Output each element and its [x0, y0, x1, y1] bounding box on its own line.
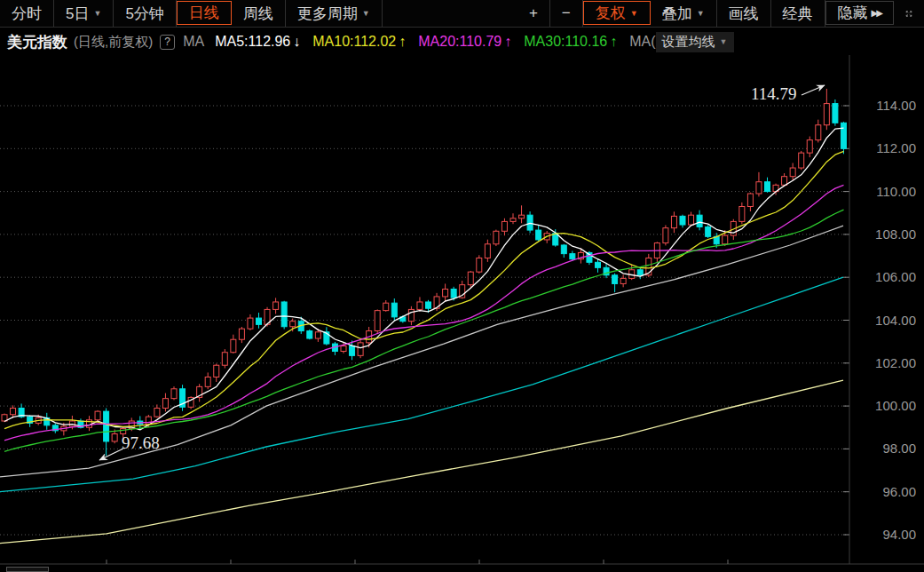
ma-legend-bar: 美元指数 (日线,前复权) ? MA MA5:112.96↓ MA10:112.…	[0, 28, 924, 55]
tab-5min[interactable]: 5分钟	[114, 0, 176, 27]
price-annotation-114.79: 114.79	[751, 84, 825, 103]
hide-button[interactable]: 隐藏 ▶▶	[825, 1, 894, 25]
svg-text:100.00: 100.00	[875, 398, 916, 413]
symbol-name: 美元指数	[7, 32, 67, 52]
svg-text:94.00: 94.00	[882, 527, 916, 542]
toolbar-spacer	[383, 0, 517, 27]
svg-text:98.00: 98.00	[882, 441, 916, 456]
chart-type-label: (日线,前复权)	[74, 34, 153, 51]
ma-line-ma30	[4, 210, 844, 451]
fullscreen-button[interactable]	[894, 0, 924, 27]
tab-daily[interactable]: 日线	[177, 1, 232, 25]
chart-app-window: { "toolbar": { "left": [ {"label": "分时"}…	[0, 0, 924, 572]
overlay-dropdown-button[interactable]: 叠加 ▼	[651, 0, 717, 27]
tab-5day[interactable]: 5日 ▼	[54, 0, 114, 27]
arrow-down-icon: ↓	[293, 34, 300, 49]
help-button[interactable]: ?	[160, 35, 175, 50]
candles	[2, 89, 846, 456]
tab-more-periods[interactable]: 更多周期 ▼	[286, 0, 383, 27]
candlestick-chart[interactable]: 114.00112.00110.00108.00106.00104.00102.…	[0, 55, 924, 572]
ma-group-label: MA	[183, 34, 204, 50]
adjust-label: 复权	[596, 3, 626, 23]
gridlines	[0, 106, 849, 535]
svg-text:102.00: 102.00	[875, 355, 916, 370]
svg-text:112.00: 112.00	[876, 140, 916, 155]
ma10-value: MA10:112.02↑	[312, 34, 406, 50]
hide-label: 隐藏	[838, 3, 868, 23]
ma-clipped-label: MA(	[629, 34, 655, 50]
overlay-label: 叠加	[662, 4, 692, 24]
tab-more-periods-label: 更多周期	[297, 4, 358, 24]
chevron-down-icon: ▼	[362, 9, 370, 18]
ma30-text: MA30:110.16	[524, 34, 607, 49]
svg-text:108.00: 108.00	[875, 226, 916, 242]
double-arrow-right-icon: ▶▶	[872, 8, 881, 18]
y-axis-labels: 114.00112.00110.00108.00106.00104.00102.…	[875, 98, 916, 542]
ma-settings-button[interactable]: 设置均线 ▼	[656, 32, 734, 52]
tab-weekly[interactable]: 周线	[232, 0, 286, 27]
ma20-value: MA20:110.79↑	[418, 34, 511, 50]
chevron-down-icon: ▼	[697, 9, 705, 18]
arrow-up-icon: ↑	[504, 34, 511, 49]
ma30-value: MA30:110.16↑	[524, 34, 617, 50]
chevron-down-icon: ▼	[720, 37, 728, 46]
tab-intraday[interactable]: 分时	[0, 0, 54, 27]
ma-line-ma5	[4, 128, 844, 430]
zoom-in-button[interactable]: +	[517, 0, 550, 27]
ma10-text: MA10:112.02	[312, 34, 396, 49]
svg-text:110.00: 110.00	[876, 184, 916, 199]
axis-lines	[0, 55, 924, 564]
classic-mode-button[interactable]: 经典	[771, 0, 825, 27]
ma-line-ma10	[4, 151, 844, 428]
fullscreen-expand-icon	[905, 5, 912, 22]
zoom-out-button[interactable]: −	[550, 0, 583, 27]
svg-text:114.00: 114.00	[876, 98, 916, 113]
arrow-up-icon: ↑	[610, 34, 617, 49]
ma5-text: MA5:112.96	[215, 34, 290, 49]
adjust-dropdown-button[interactable]: 复权 ▼	[583, 1, 651, 25]
ma-settings-label: 设置均线	[662, 34, 715, 51]
top-toolbar: 分时 5日 ▼ 5分钟 日线 周线 更多周期 ▼ + − 复权 ▼ 叠加 ▼ 画…	[0, 0, 924, 28]
ma20-text: MA20:110.79	[418, 34, 501, 49]
svg-text:96.00: 96.00	[882, 484, 916, 499]
tab-5day-label: 5日	[66, 4, 89, 24]
arrow-up-icon: ↑	[399, 34, 406, 49]
chevron-down-icon: ▼	[93, 9, 101, 18]
chevron-down-icon: ▼	[630, 9, 638, 18]
ma5-value: MA5:112.96↓	[215, 34, 300, 50]
ma-line-ma20	[4, 185, 844, 441]
draw-line-button[interactable]: 画线	[717, 0, 771, 27]
svg-text:114.79: 114.79	[751, 84, 797, 103]
svg-text:97.68: 97.68	[122, 433, 160, 452]
ma-line-ma250	[0, 380, 843, 544]
svg-text:106.00: 106.00	[875, 269, 916, 284]
x-axis-label-stub	[6, 567, 49, 572]
svg-text:104.00: 104.00	[875, 313, 916, 328]
